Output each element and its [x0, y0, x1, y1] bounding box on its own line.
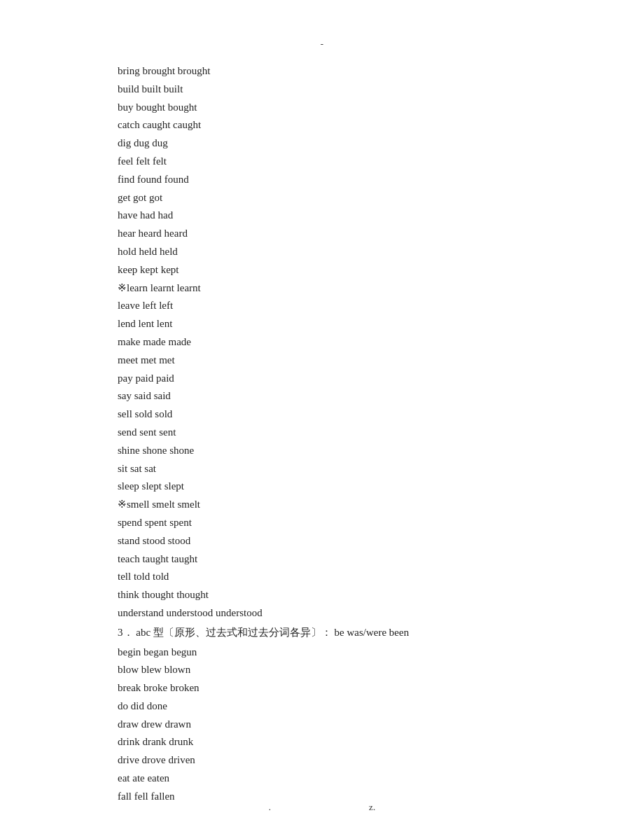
word-line: get got got	[118, 189, 644, 207]
word-line: blow blew blown	[118, 661, 644, 679]
word-line: send sent sent	[118, 424, 644, 442]
footer: .z.	[0, 802, 644, 813]
footer-left: .	[269, 802, 271, 813]
word-line: do did done	[118, 697, 644, 716]
word-line: bring brought brought	[118, 62, 644, 81]
word-line: find found found	[118, 171, 644, 189]
word-line: teach taught taught	[118, 550, 644, 569]
word-line: begin began begun	[118, 644, 644, 662]
word-line: drink drank drunk	[118, 733, 644, 751]
footer-right: z.	[369, 802, 375, 813]
word-line: shine shone shone	[118, 442, 644, 460]
word-line: have had had	[118, 207, 644, 225]
word-line: build built built	[118, 81, 644, 99]
word-list-2: begin began begunblow blew blownbreak br…	[118, 644, 644, 806]
section3-header: 3． abc 型〔原形、过去式和过去分词各异〕： be was/were bee…	[118, 624, 644, 642]
word-line: drive drove driven	[118, 751, 644, 770]
word-line: think thought thought	[118, 586, 644, 604]
word-line: sit sat sat	[118, 460, 644, 478]
word-line: pay paid paid	[118, 370, 644, 388]
word-line: say said said	[118, 387, 644, 405]
word-line: catch caught caught	[118, 116, 644, 134]
word-line: spend spent spent	[118, 514, 644, 532]
word-line: tell told told	[118, 568, 644, 586]
word-line: sell sold sold	[118, 405, 644, 424]
word-line: feel felt felt	[118, 153, 644, 171]
word-line: hear heard heard	[118, 225, 644, 243]
top-dash: -	[0, 0, 644, 55]
word-line: buy bought bought	[118, 99, 644, 117]
word-line: keep kept kept	[118, 261, 644, 279]
word-list-1: bring brought broughtbuild built builtbu…	[118, 62, 644, 623]
word-line: draw drew drawn	[118, 716, 644, 734]
word-line: understand understood understood	[118, 604, 644, 623]
section3-line: 3． abc 型〔原形、过去式和过去分词各异〕： be was/were bee…	[118, 624, 644, 642]
content-area: bring brought broughtbuild built builtbu…	[118, 62, 644, 806]
page: - bring brought broughtbuild built built…	[0, 0, 644, 834]
word-line: make made made	[118, 333, 644, 352]
word-line: lend lent lent	[118, 315, 644, 333]
word-line: leave left left	[118, 297, 644, 315]
word-line: stand stood stood	[118, 532, 644, 550]
word-line: sleep slept slept	[118, 478, 644, 496]
word-line: ※smell smelt smelt	[118, 496, 644, 514]
word-line: meet met met	[118, 352, 644, 370]
word-line: eat ate eaten	[118, 770, 644, 788]
word-line: break broke broken	[118, 679, 644, 697]
word-line: ※learn learnt learnt	[118, 279, 644, 298]
word-line: dig dug dug	[118, 134, 644, 153]
word-line: hold held held	[118, 243, 644, 261]
